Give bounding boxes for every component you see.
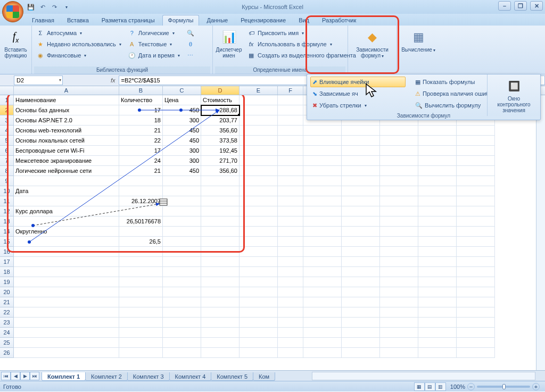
cell[interactable] xyxy=(457,328,495,338)
save-icon[interactable]: 💾 xyxy=(27,3,35,11)
cell[interactable] xyxy=(303,186,342,196)
undo-icon[interactable]: ↶ xyxy=(38,3,47,11)
cell[interactable] xyxy=(163,247,201,257)
cell[interactable] xyxy=(457,287,495,297)
cell[interactable] xyxy=(342,196,380,206)
cell[interactable] xyxy=(303,257,342,267)
cell[interactable]: 17 xyxy=(119,105,163,115)
row-header[interactable]: 17 xyxy=(0,257,14,267)
cell[interactable] xyxy=(201,318,240,328)
restore-button[interactable]: ❐ xyxy=(514,1,527,11)
cell[interactable] xyxy=(342,216,380,227)
cell[interactable] xyxy=(418,156,457,166)
cell[interactable] xyxy=(119,206,163,216)
trace-precedents-button[interactable]: ⬈Влияющие ячейки xyxy=(310,77,406,87)
cell[interactable] xyxy=(201,287,240,297)
formula-auditing-button[interactable]: ◆ Зависимости формул xyxy=(350,28,394,60)
cell[interactable]: 21 xyxy=(119,166,163,176)
cell[interactable]: 288,68 xyxy=(201,105,240,115)
cell[interactable] xyxy=(240,156,278,166)
name-box[interactable]: D2 xyxy=(14,76,63,85)
cell[interactable] xyxy=(342,247,380,257)
cell[interactable] xyxy=(380,227,418,237)
cell[interactable] xyxy=(303,216,342,227)
zoom-slider[interactable] xyxy=(477,386,530,388)
cell[interactable] xyxy=(418,247,457,257)
cell[interactable] xyxy=(457,136,495,146)
cell[interactable] xyxy=(163,257,201,267)
cell[interactable] xyxy=(278,95,303,105)
cell[interactable] xyxy=(201,186,240,196)
cell[interactable] xyxy=(457,166,495,176)
cell[interactable] xyxy=(418,176,457,186)
remove-arrows-button[interactable]: ✖Убрать стрелки xyxy=(310,100,406,111)
cell[interactable]: Межсетевое экранирование xyxy=(14,156,119,166)
cell[interactable] xyxy=(278,146,303,156)
cell[interactable] xyxy=(418,277,457,287)
cell[interactable] xyxy=(457,237,495,247)
cell[interactable] xyxy=(380,146,418,156)
row-header[interactable]: 21 xyxy=(0,297,14,307)
cell[interactable] xyxy=(14,237,119,247)
cell[interactable] xyxy=(457,176,495,186)
col-header-A[interactable]: A xyxy=(14,86,119,95)
cell[interactable] xyxy=(418,318,457,328)
cell[interactable] xyxy=(457,196,495,206)
cell[interactable] xyxy=(201,216,240,227)
lookup-button[interactable]: 🔍 xyxy=(184,28,197,38)
cell[interactable] xyxy=(240,186,278,196)
cell[interactable] xyxy=(303,328,342,338)
cell[interactable] xyxy=(380,136,418,146)
cell[interactable] xyxy=(240,136,278,146)
cell[interactable] xyxy=(418,216,457,227)
cell[interactable] xyxy=(418,257,457,267)
row-header[interactable]: 12 xyxy=(0,206,14,216)
cell[interactable]: 26,50176678 xyxy=(119,216,163,227)
close-button[interactable]: ✕ xyxy=(530,1,543,11)
cell[interactable] xyxy=(163,176,201,186)
row-header[interactable]: 14 xyxy=(0,227,14,237)
cell[interactable] xyxy=(380,166,418,176)
cell[interactable]: 24 xyxy=(119,156,163,166)
minimize-button[interactable]: – xyxy=(498,1,511,11)
cell[interactable] xyxy=(457,126,495,136)
cell[interactable] xyxy=(240,95,278,105)
row-header[interactable]: 25 xyxy=(0,338,14,348)
cell[interactable] xyxy=(278,136,303,146)
cell[interactable] xyxy=(380,176,418,186)
row-header[interactable]: 8 xyxy=(0,166,14,176)
cell[interactable] xyxy=(380,126,418,136)
tab-nav-last[interactable]: ⏭ xyxy=(30,372,39,380)
cell[interactable] xyxy=(342,136,380,146)
cell[interactable] xyxy=(278,105,303,115)
row-header[interactable]: 3 xyxy=(0,115,14,126)
define-name-button[interactable]: 🏷Присвоить имя xyxy=(245,28,358,38)
cell[interactable]: Логические нейронные сети xyxy=(14,166,119,176)
cell[interactable] xyxy=(240,307,278,318)
cell[interactable] xyxy=(14,318,119,328)
cell[interactable] xyxy=(380,216,418,227)
zoom-out-button[interactable]: − xyxy=(467,383,475,390)
row-header[interactable]: 18 xyxy=(0,267,14,277)
cell[interactable] xyxy=(303,196,342,206)
cell[interactable] xyxy=(303,307,342,318)
cell[interactable] xyxy=(278,186,303,196)
cell[interactable] xyxy=(14,287,119,297)
cell[interactable] xyxy=(240,257,278,267)
tab-insert[interactable]: Вставка xyxy=(62,15,94,26)
cell[interactable] xyxy=(278,227,303,237)
cell[interactable]: 18 xyxy=(119,115,163,126)
cell[interactable] xyxy=(240,267,278,277)
cell[interactable] xyxy=(342,328,380,338)
cell[interactable] xyxy=(14,247,119,257)
select-all-corner[interactable] xyxy=(0,86,14,95)
cell[interactable] xyxy=(303,156,342,166)
cell[interactable] xyxy=(201,237,240,247)
cell[interactable] xyxy=(457,146,495,156)
cell[interactable] xyxy=(201,257,240,267)
tab-page-layout[interactable]: Разметка страницы xyxy=(96,15,160,26)
cell[interactable] xyxy=(201,247,240,257)
cell[interactable] xyxy=(278,318,303,328)
cell[interactable]: 192,45 xyxy=(201,146,240,156)
cell[interactable] xyxy=(380,267,418,277)
